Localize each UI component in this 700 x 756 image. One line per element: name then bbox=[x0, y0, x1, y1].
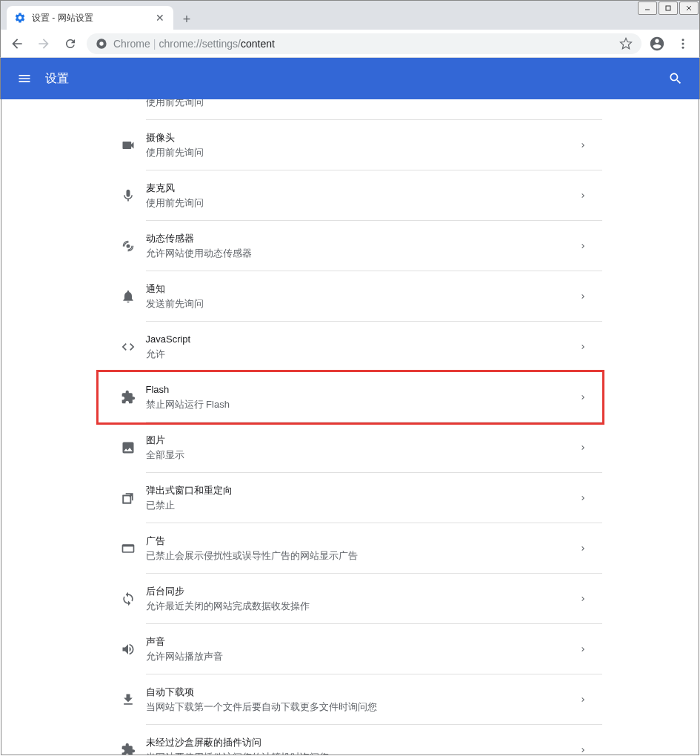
svg-point-7 bbox=[682, 42, 684, 44]
menu-hamburger-icon[interactable] bbox=[16, 70, 33, 87]
setting-title: JavaScript bbox=[146, 332, 579, 347]
sound-icon bbox=[113, 642, 143, 657]
setting-row-images[interactable]: 图片 全部显示 bbox=[99, 422, 602, 473]
setting-subtitle: 全部显示 bbox=[146, 448, 579, 462]
setting-row-motion-sensors[interactable]: 动态传感器 允许网站使用动态传感器 bbox=[99, 221, 602, 271]
plugin-icon bbox=[113, 743, 143, 755]
profile-avatar-icon[interactable] bbox=[647, 34, 667, 53]
setting-subtitle: 允许 bbox=[146, 347, 579, 362]
settings-list: 位置信息 使用前先询问 摄像头 使用前先询问 麦克风 使用前先询问 bbox=[99, 99, 602, 755]
back-button[interactable] bbox=[7, 33, 27, 54]
chevron-right-icon bbox=[579, 645, 587, 654]
new-tab-button[interactable]: + bbox=[176, 9, 197, 30]
chevron-right-icon bbox=[579, 242, 587, 251]
setting-title: 声音 bbox=[146, 634, 579, 649]
chevron-right-icon bbox=[579, 191, 587, 200]
setting-row-camera[interactable]: 摄像头 使用前先询问 bbox=[99, 120, 602, 170]
setting-title: 后台同步 bbox=[146, 584, 579, 599]
setting-title: 图片 bbox=[146, 433, 579, 448]
sensor-icon bbox=[113, 239, 143, 253]
setting-row-unsandboxed-plugins[interactable]: 未经过沙盒屏蔽的插件访问 当网站要使用插件访问您的计算机时询问您 bbox=[99, 725, 602, 755]
tab-bar: 设置 - 网站设置 ✕ + bbox=[0, 0, 700, 30]
setting-text: 摄像头 使用前先询问 bbox=[146, 130, 579, 160]
location-icon bbox=[113, 99, 143, 101]
address-bar[interactable]: Chrome|chrome://settings/content bbox=[87, 33, 641, 54]
setting-text: 广告 已禁止会展示侵扰性或误导性广告的网站显示广告 bbox=[146, 534, 579, 563]
svg-point-6 bbox=[682, 39, 684, 41]
search-icon[interactable] bbox=[667, 70, 684, 87]
setting-row-ads[interactable]: 广告 已禁止会展示侵扰性或误导性广告的网站显示广告 bbox=[99, 523, 602, 574]
image-icon bbox=[113, 440, 143, 455]
setting-text: 后台同步 允许最近关闭的网站完成数据收发操作 bbox=[146, 584, 579, 614]
setting-text: 麦克风 使用前先询问 bbox=[146, 181, 579, 210]
setting-text: Flash 禁止网站运行 Flash bbox=[146, 382, 579, 412]
url-text: Chrome|chrome://settings/content bbox=[113, 38, 613, 50]
setting-row-popups[interactable]: 弹出式窗口和重定向 已禁止 bbox=[99, 473, 602, 523]
svg-point-8 bbox=[682, 46, 684, 48]
tab-title: 设置 - 网站设置 bbox=[32, 12, 148, 24]
setting-text: 声音 允许网站播放声音 bbox=[146, 634, 579, 664]
close-window-button[interactable] bbox=[679, 1, 699, 15]
chevron-right-icon bbox=[579, 746, 587, 755]
bookmark-star-icon[interactable] bbox=[619, 37, 633, 50]
reload-button[interactable] bbox=[60, 33, 81, 54]
chevron-right-icon bbox=[579, 141, 587, 150]
setting-title: 动态传感器 bbox=[146, 231, 579, 246]
setting-text: 弹出式窗口和重定向 已禁止 bbox=[146, 483, 579, 513]
setting-title: 弹出式窗口和重定向 bbox=[146, 483, 579, 498]
code-icon bbox=[113, 339, 143, 354]
setting-text: 未经过沙盒屏蔽的插件访问 当网站要使用插件访问您的计算机时询问您 bbox=[146, 735, 579, 755]
bell-icon bbox=[113, 289, 143, 304]
setting-subtitle: 使用前先询问 bbox=[146, 145, 579, 160]
popup-icon bbox=[113, 491, 143, 505]
setting-title: 麦克风 bbox=[146, 181, 579, 196]
chrome-icon bbox=[96, 38, 107, 50]
chevron-right-icon bbox=[579, 695, 587, 704]
setting-row-background-sync[interactable]: 后台同步 允许最近关闭的网站完成数据收发操作 bbox=[99, 574, 602, 624]
setting-subtitle: 发送前先询问 bbox=[146, 296, 579, 311]
chevron-right-icon bbox=[579, 342, 587, 351]
setting-title: Flash bbox=[146, 382, 579, 397]
chevron-right-icon bbox=[579, 443, 587, 452]
tab-favicon-settings-icon bbox=[14, 12, 26, 24]
browser-toolbar: Chrome|chrome://settings/content bbox=[0, 30, 700, 58]
setting-text: 自动下载项 当网站下载第一个文件后要自动下载更多文件时询问您 bbox=[146, 685, 579, 714]
setting-row-microphone[interactable]: 麦克风 使用前先询问 bbox=[99, 170, 602, 221]
setting-subtitle: 允许网站播放声音 bbox=[146, 649, 579, 664]
settings-title: 设置 bbox=[45, 71, 667, 87]
window-controls bbox=[638, 1, 699, 15]
setting-row-notifications[interactable]: 通知 发送前先询问 bbox=[99, 271, 602, 322]
camera-icon bbox=[113, 138, 143, 153]
setting-row-sound[interactable]: 声音 允许网站播放声音 bbox=[99, 624, 602, 674]
browser-menu-button[interactable] bbox=[673, 33, 693, 54]
setting-title: 通知 bbox=[146, 282, 579, 296]
minimize-button[interactable] bbox=[638, 1, 657, 15]
microphone-icon bbox=[113, 188, 143, 203]
setting-row-auto-download[interactable]: 自动下载项 当网站下载第一个文件后要自动下载更多文件时询问您 bbox=[99, 674, 602, 725]
scroll-container[interactable]: 位置信息 使用前先询问 摄像头 使用前先询问 麦克风 使用前先询问 bbox=[1, 99, 699, 755]
setting-subtitle: 已禁止 bbox=[146, 498, 579, 513]
setting-row-javascript[interactable]: JavaScript 允许 bbox=[99, 322, 602, 372]
setting-subtitle: 使用前先询问 bbox=[146, 196, 579, 210]
setting-title: 广告 bbox=[146, 534, 579, 548]
tab-close-icon[interactable]: ✕ bbox=[154, 12, 166, 24]
chevron-right-icon bbox=[579, 594, 587, 603]
setting-text: 通知 发送前先询问 bbox=[146, 282, 579, 311]
plugin-icon bbox=[113, 390, 143, 405]
browser-tab[interactable]: 设置 - 网站设置 ✕ bbox=[7, 6, 173, 30]
setting-text: 动态传感器 允许网站使用动态传感器 bbox=[146, 231, 579, 261]
setting-subtitle: 当网站下载第一个文件后要自动下载更多文件时询问您 bbox=[146, 700, 579, 714]
maximize-button[interactable] bbox=[659, 1, 678, 15]
setting-text: 位置信息 使用前先询问 bbox=[146, 99, 579, 110]
setting-row-flash[interactable]: Flash 禁止网站运行 Flash bbox=[96, 370, 604, 425]
chevron-right-icon bbox=[579, 292, 587, 301]
forward-button[interactable] bbox=[33, 33, 54, 54]
svg-rect-1 bbox=[666, 6, 670, 10]
content-area: 位置信息 使用前先询问 摄像头 使用前先询问 麦克风 使用前先询问 bbox=[1, 99, 699, 755]
chevron-right-icon bbox=[579, 393, 587, 402]
settings-header: 设置 bbox=[0, 58, 700, 99]
sync-icon bbox=[113, 591, 143, 606]
setting-title: 自动下载项 bbox=[146, 685, 579, 700]
download-icon bbox=[113, 692, 143, 707]
setting-row-location[interactable]: 位置信息 使用前先询问 bbox=[99, 99, 602, 120]
